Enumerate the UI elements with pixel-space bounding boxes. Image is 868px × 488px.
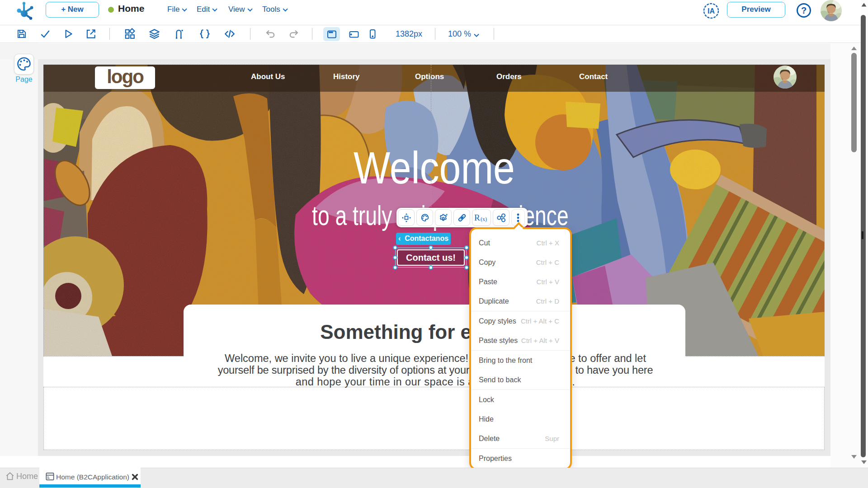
svg-text:?: ? <box>801 5 807 15</box>
svg-text:(x): (x) <box>481 216 487 222</box>
svg-text:IA: IA <box>708 7 715 15</box>
svg-text:R: R <box>474 213 480 222</box>
